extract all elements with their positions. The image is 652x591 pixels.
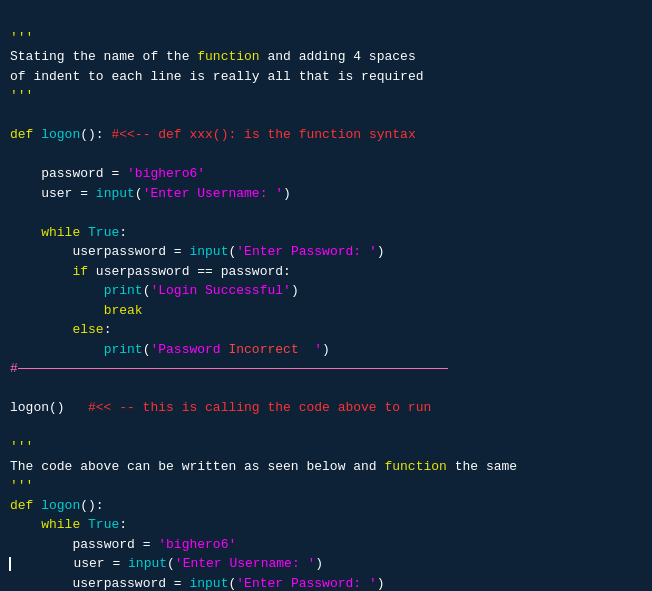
line-8: password = 'bighero6' [10, 166, 205, 181]
line-13: if userpassword == password: [10, 264, 291, 279]
line-18: # [10, 361, 448, 376]
line-15: break [10, 303, 143, 318]
line-22: ''' [10, 439, 33, 454]
line-11: while True: [10, 225, 127, 240]
line-4: ''' [10, 88, 33, 103]
line-6: def logon(): #<<-- def xxx(): is the fun… [10, 127, 416, 142]
line-29: userpassword = input('Enter Password: ') [10, 576, 385, 591]
line-2: Stating the name of the function and add… [10, 49, 416, 64]
line-20: logon() #<< -- this is calling the code … [10, 400, 431, 415]
line-16: else: [10, 322, 111, 337]
line-12: userpassword = input('Enter Password: ') [10, 244, 385, 259]
line-25: def logon(): [10, 498, 104, 513]
line-1: ''' [10, 30, 33, 45]
code-editor: ''' Stating the name of the function and… [10, 8, 642, 591]
line-28: user = input('Enter Username: ') [10, 556, 323, 571]
line-14: print('Login Successful') [10, 283, 299, 298]
line-3: of indent to each line is really all tha… [10, 69, 424, 84]
line-27: password = 'bighero6' [10, 537, 236, 552]
line-24: ''' [10, 478, 33, 493]
line-23: The code above can be written as seen be… [10, 459, 517, 474]
line-17: print('Password Incorrect ') [10, 342, 330, 357]
line-26: while True: [10, 517, 127, 532]
line-9: user = input('Enter Username: ') [10, 186, 291, 201]
